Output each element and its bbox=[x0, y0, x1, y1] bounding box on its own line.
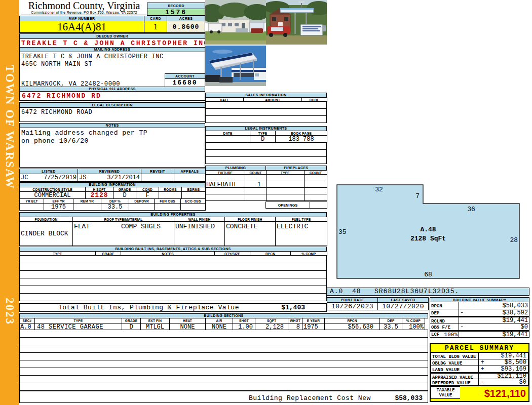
sketch-dim-bottom: 68 bbox=[424, 271, 432, 278]
visit-values: JC 7/25/2019 JS 3/21/2014 bbox=[19, 174, 206, 182]
bdrms-value bbox=[181, 191, 206, 199]
building-sections-empty-rows bbox=[19, 330, 428, 391]
print-info-values: 10/26/2023 10/27/2020 bbox=[327, 302, 429, 310]
built-ins-total-row: Total Built Ins, Plumbing & Fireplace Va… bbox=[19, 303, 327, 312]
sales-information-rows bbox=[205, 102, 327, 123]
bvs-value: $19,441 bbox=[503, 331, 528, 338]
ps-label: TOTAL BLDG VALUE bbox=[431, 352, 479, 359]
listed-value: JC 7/25/2019 bbox=[19, 174, 78, 182]
commissioner-line: Commissioner of the Revenue, PO Box 366,… bbox=[21, 11, 147, 15]
ps-value: $0 bbox=[519, 379, 526, 386]
building-sketch: 32 7 36 35 28 68 A.48 2128 SqFt bbox=[327, 0, 529, 288]
openings-label: OPENINGS bbox=[265, 201, 310, 209]
mailing-line-1: TREAKLE T C & JOHN A CHRISTOPHER INC bbox=[21, 53, 205, 61]
parcel-summary: PARCEL SUMMARY TOTAL BLDG VALUE $19,441 … bbox=[430, 343, 529, 402]
sketch-dim-notch: 7 bbox=[415, 192, 420, 200]
building-info-values-1: COMMERCIAL 2128 D F bbox=[19, 191, 206, 199]
ps-value: $19,441 bbox=[501, 352, 526, 359]
built-ins-empty-rows bbox=[19, 256, 327, 301]
rooms-value bbox=[159, 191, 182, 199]
acres-value: 0.8600 bbox=[167, 21, 205, 33]
notes-line-2: on phone 10/6/20 bbox=[21, 137, 205, 145]
print-date-value: 10/26/2023 bbox=[327, 302, 378, 310]
ecoobs-value bbox=[180, 203, 206, 211]
deeded-owner-value: TREAKLE T C & JOHN A CHRISTOPHER INC bbox=[19, 38, 205, 48]
property-photo-building bbox=[205, 0, 266, 45]
cond-value: F bbox=[136, 191, 159, 199]
hsqft-value: 2128 bbox=[85, 191, 113, 199]
plumbing-fixture-value: HALFBATH bbox=[205, 181, 245, 188]
taxable-value: $121,110 bbox=[460, 386, 528, 399]
reviewed-date: 3/21/2014 bbox=[107, 174, 140, 181]
construction-style-value: COMMERCIAL bbox=[19, 191, 86, 199]
bvs-value: $0 bbox=[521, 323, 528, 331]
effyr-value: 1975 bbox=[44, 203, 73, 211]
roof-type: FLAT bbox=[74, 223, 90, 230]
ps-label: DEFERRED VALUE bbox=[431, 379, 479, 386]
last-saved-value: 10/27/2020 bbox=[377, 302, 429, 310]
reviewed-value: JS 3/21/2014 bbox=[78, 174, 141, 182]
ps-value: $8,500 bbox=[505, 359, 526, 366]
property-record-card: { "colors": { "orange": "#f6a41d", "blue… bbox=[0, 0, 532, 405]
bvs-label: DEP bbox=[430, 309, 459, 316]
built-ins-total-label: Total Built Ins, Plumbing & Fireplace Va… bbox=[58, 304, 239, 311]
revisit-value bbox=[141, 174, 174, 182]
sketch-area-label: A.48 bbox=[420, 226, 436, 233]
sketch-dim-left: 35 bbox=[338, 228, 347, 236]
ps-label: OBLDG VALUE bbox=[431, 359, 479, 366]
sidebar: TOWN OF WARSAW 2023 bbox=[0, 0, 19, 405]
legal-instruments-empty-rows bbox=[205, 143, 327, 164]
bvs-value: $58,033 bbox=[503, 302, 528, 309]
plumbing-count-value: 1 bbox=[245, 181, 267, 188]
building-properties-values: CINDER BLOCK FLAT COMP SHGLS UNFINISHED … bbox=[19, 221, 327, 246]
taxable-value-label: TAXABLE VALUE bbox=[431, 386, 461, 399]
reviewed-by: JS bbox=[79, 174, 86, 181]
openings-value bbox=[310, 201, 327, 209]
notes-box: Mailing address changed per TP on phone … bbox=[19, 128, 205, 168]
appeals-value bbox=[174, 174, 206, 182]
funobs-value bbox=[154, 203, 181, 211]
deppct-value: 33.5 bbox=[101, 203, 129, 211]
property-photo-sign bbox=[266, 0, 327, 45]
sketch-dim-right: 28 bbox=[510, 236, 518, 244]
building-info-values-2: 1975 33.5 bbox=[19, 203, 206, 211]
foundation-value: CINDER BLOCK bbox=[19, 221, 73, 246]
fuel-type-value: ELECTRIC bbox=[275, 221, 327, 246]
sidebar-year-label: 2023 bbox=[3, 298, 16, 325]
bvs-label: RPCN bbox=[430, 302, 459, 309]
floor-finish-value: CONCRETE bbox=[224, 221, 276, 246]
bvs-value: $38,592 bbox=[503, 309, 528, 316]
depovr-value bbox=[129, 203, 155, 211]
record-value: 1576 bbox=[147, 9, 205, 16]
replacement-cost-value: $58,033 bbox=[395, 394, 423, 402]
legal-description-value: 6472 RICHMOND ROAD bbox=[19, 107, 205, 122]
sidebar-town-label: TOWN OF WARSAW bbox=[3, 65, 16, 189]
county-title-block: Richmond County, Virginia Commissioner o… bbox=[21, 1, 147, 15]
bvs-label: OBS F/E bbox=[430, 323, 459, 331]
yrblt-value bbox=[19, 203, 44, 211]
card-value: 1 bbox=[144, 21, 167, 33]
sketch-sqft-label: 2128 SqFt bbox=[410, 235, 446, 242]
sketch-code-bar: A.0 48 SR68U28L36U7L32D35. bbox=[327, 288, 529, 296]
ps-label: LAND VALUE bbox=[431, 366, 479, 373]
bvs-label: LCF bbox=[431, 332, 439, 337]
listed-by: JC bbox=[21, 174, 28, 181]
plumbing-fireplaces-rows: HALFBATH 1 bbox=[205, 175, 327, 201]
mailing-line-2: 465C NORTH MAIN ST bbox=[21, 61, 205, 68]
ps-value: $93,169 bbox=[501, 366, 526, 373]
listed-date: 7/25/2019 bbox=[44, 174, 77, 181]
physical-address-value: 6472 RICHMOND RD bbox=[19, 91, 205, 101]
map-number-value: 16A4(A)81 bbox=[19, 21, 144, 33]
remyr-value bbox=[73, 203, 101, 211]
property-photo-canopy bbox=[205, 46, 266, 86]
built-ins-total-value: $1,403 bbox=[281, 304, 305, 311]
parcel-summary-title: PARCEL SUMMARY bbox=[431, 344, 528, 352]
county-title: Richmond County, Virginia bbox=[21, 1, 147, 11]
building-value-summary-table: RPCN $58,033 DEP - $38,592 RCLND $19,441… bbox=[430, 302, 529, 338]
account-value: 16680 bbox=[165, 78, 205, 87]
sketch-dim-top-left: 32 bbox=[375, 186, 383, 193]
replacement-cost-row: Building Replacement Cost New $58,033 bbox=[19, 391, 428, 403]
sketch-dim-top-right: 36 bbox=[467, 206, 475, 213]
wall-finish-value: UNFINISHED bbox=[174, 221, 225, 246]
roof-material: COMP SHGLS bbox=[121, 223, 161, 230]
